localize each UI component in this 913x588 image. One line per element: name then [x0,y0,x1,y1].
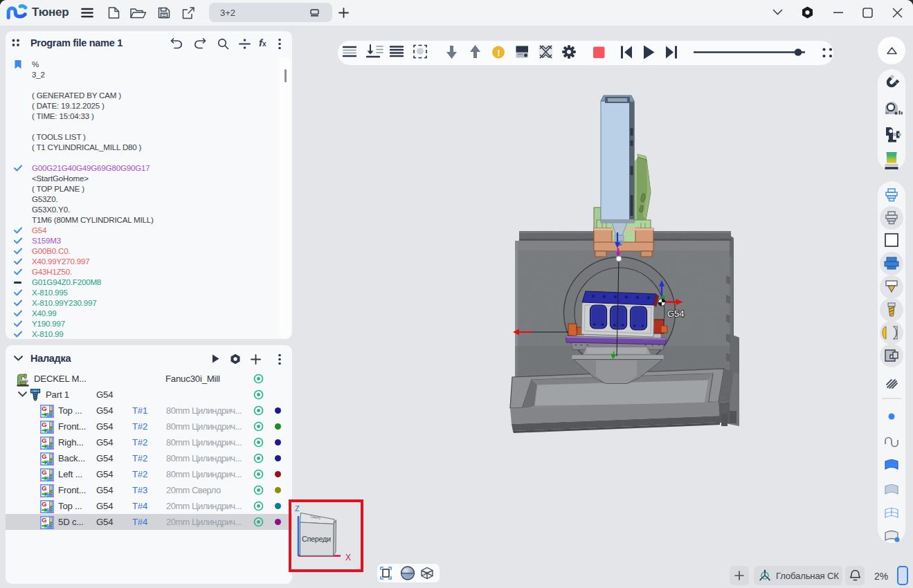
svg-text:!: ! [497,48,500,58]
svg-text:G54: G54 [667,309,685,319]
svg-text:G: G [42,484,46,492]
svg-text:G: G [42,468,46,476]
svg-text:G: G [42,516,46,524]
svg-text:Спереди: Спереди [302,535,331,543]
svg-text:G: G [42,500,46,508]
svg-text:G: G [42,421,46,428]
svg-text:Z: Z [295,504,300,513]
svg-text:G: G [42,437,46,444]
svg-text:G: G [42,405,46,412]
svg-text:G: G [42,452,46,460]
svg-text:X: X [345,553,351,562]
